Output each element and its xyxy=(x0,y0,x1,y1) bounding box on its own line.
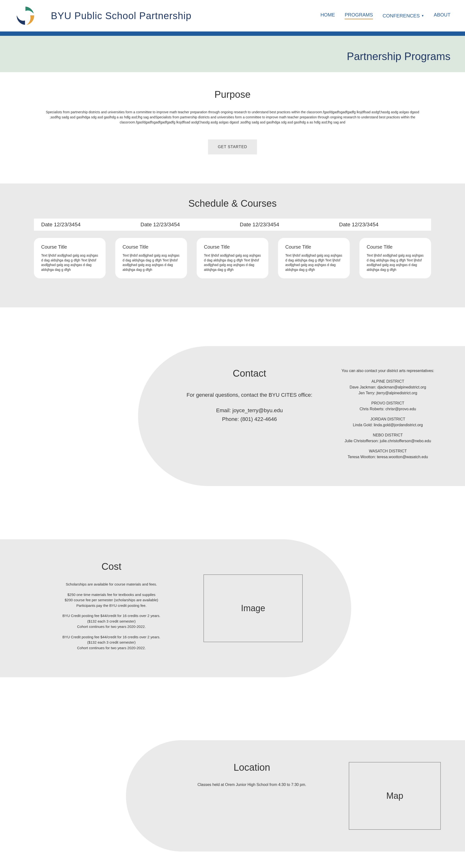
cost-section: Cost Scholarships are available for cour… xyxy=(0,525,465,716)
nav-about[interactable]: ABOUT xyxy=(434,12,451,19)
district-name: PROVO DISTRICT xyxy=(342,400,434,406)
location-pill: Location Classes held at Orem Junior Hig… xyxy=(126,740,465,851)
contact-email: Email: joyce_terry@byu.edu xyxy=(186,406,313,415)
contact-heading: Contact xyxy=(186,368,313,379)
main-nav: HOME PROGRAMS CONFERENCES ▼ ABOUT xyxy=(320,12,451,19)
cost-heading: Cost xyxy=(49,561,174,572)
rep-block: NEBO DISTRICT Julie Christofferson: juli… xyxy=(342,432,434,444)
course-desc: Text ljhdsf asdljghad galg asg asjhgas d… xyxy=(41,253,98,272)
rep-block: ALPINE DISTRICT Dave Jackman: djackman@a… xyxy=(342,378,434,396)
site-header: BYU Public School Partnership HOME PROGR… xyxy=(0,0,465,31)
district-name: WASATCH DISTRICT xyxy=(342,448,434,454)
purpose-heading: Purpose xyxy=(43,89,422,100)
rep-block: WASATCH DISTRICT Teresa Wootton: teresa.… xyxy=(342,448,434,460)
logo-icon xyxy=(14,5,36,27)
cost-line: $250 one time materials fee for textbook… xyxy=(49,592,174,609)
rep-line: Dave Jackman: djackman@alpinedistrict.or… xyxy=(342,384,434,390)
district-name: NEBO DISTRICT xyxy=(342,432,434,438)
course-desc: Text ljhdsf asdljghad galg asg asjhgas d… xyxy=(285,253,343,272)
course-desc: Text ljhdsf asdljghad galg asg asjhgas d… xyxy=(122,253,180,272)
location-section: Location Classes held at Orem Junior Hig… xyxy=(0,716,465,868)
page-title: Partnership Programs xyxy=(14,50,451,62)
course-card: Course Title Text ljhdsf asdljghad galg … xyxy=(34,238,106,278)
reps-intro: You can also contact your district arts … xyxy=(342,368,434,374)
contact-section: Contact For general questions, contact t… xyxy=(0,307,465,525)
rep-block: JORDAN DISTRICT Linda Gold: linda.gold@j… xyxy=(342,416,434,428)
course-cards: Course Title Text ljhdsf asdljghad galg … xyxy=(34,238,431,278)
location-text: Location Classes held at Orem Junior Hig… xyxy=(189,762,315,787)
contact-reps: You can also contact your district arts … xyxy=(342,368,434,464)
rep-line: Jen Terry: jterry@alpinedistrict.org xyxy=(342,390,434,396)
date-cell: Date 12/23/3454 xyxy=(233,221,332,228)
rep-line: Teresa Wootton: teresa.wootton@wasatch.e… xyxy=(342,454,434,460)
course-title: Course Title xyxy=(41,244,98,250)
date-cell: Date 12/23/3454 xyxy=(34,221,133,228)
get-started-button[interactable]: GET STARTED xyxy=(208,140,257,154)
date-cell: Date 12/23/3454 xyxy=(133,221,233,228)
course-desc: Text ljhdsf asdljghad galg asg asjhgas d… xyxy=(367,253,424,272)
course-title: Course Title xyxy=(122,244,180,250)
purpose-section: Purpose Specialists from partnership dis… xyxy=(0,72,465,184)
cost-pill: Cost Scholarships are available for cour… xyxy=(0,539,351,677)
nav-conferences-label[interactable]: CONFERENCES xyxy=(383,13,420,19)
district-name: ALPINE DISTRICT xyxy=(342,378,434,384)
district-name: JORDAN DISTRICT xyxy=(342,416,434,422)
location-body: Classes held at Orem Junior High School … xyxy=(189,782,315,787)
purpose-body: Specialists from partnership districts a… xyxy=(43,110,422,125)
brand: BYU Public School Partnership xyxy=(14,5,191,27)
nav-conferences[interactable]: CONFERENCES ▼ xyxy=(383,12,424,19)
rep-line: Chris Roberts: chrisr@provo.edu xyxy=(342,406,434,412)
nav-programs[interactable]: PROGRAMS xyxy=(345,12,373,19)
course-card: Course Title Text ljhdsf asdljghad galg … xyxy=(115,238,187,278)
accent-bar xyxy=(0,31,465,36)
date-row: Date 12/23/3454 Date 12/23/3454 Date 12/… xyxy=(34,219,431,231)
course-title: Course Title xyxy=(285,244,343,250)
cost-line: Scholarships are available for course ma… xyxy=(49,582,174,587)
rep-line: Linda Gold: linda.gold@jordandistrict.or… xyxy=(342,422,434,428)
schedule-section: Schedule & Courses Date 12/23/3454 Date … xyxy=(0,184,465,307)
rep-block: PROVO DISTRICT Chris Roberts: chrisr@pro… xyxy=(342,400,434,412)
contact-pill: Contact For general questions, contact t… xyxy=(138,346,465,486)
contact-intro: For general questions, contact the BYU C… xyxy=(186,391,313,399)
course-card: Course Title Text ljhdsf asdljghad galg … xyxy=(359,238,431,278)
rep-line: Julie Christofferson: julie.christoffers… xyxy=(342,438,434,444)
date-cell: Date 12/23/3454 xyxy=(332,221,431,228)
cost-line: BYU Credit posting fee $44/credit for 16… xyxy=(49,613,174,629)
nav-home[interactable]: HOME xyxy=(320,12,335,19)
cost-text: Cost Scholarships are available for cour… xyxy=(49,561,174,655)
caret-down-icon: ▼ xyxy=(421,14,424,18)
course-title: Course Title xyxy=(367,244,424,250)
course-desc: Text ljhdsf asdljghad galg asg asjhgas d… xyxy=(204,253,261,272)
contact-phone: Phone: (801) 422-4646 xyxy=(186,415,313,423)
site-title: BYU Public School Partnership xyxy=(51,10,191,21)
map-placeholder: Map xyxy=(349,762,441,830)
course-card: Course Title Text ljhdsf asdljghad galg … xyxy=(278,238,350,278)
contact-main: Contact For general questions, contact t… xyxy=(186,368,313,464)
cost-line: BYU Credit posting fee $44/credit for 16… xyxy=(49,634,174,651)
course-title: Course Title xyxy=(204,244,261,250)
course-card: Course Title Text ljhdsf asdljghad galg … xyxy=(197,238,268,278)
schedule-heading: Schedule & Courses xyxy=(34,198,431,209)
hero-banner: Partnership Programs xyxy=(0,36,465,72)
image-placeholder: Image xyxy=(203,575,303,642)
location-heading: Location xyxy=(189,762,315,773)
